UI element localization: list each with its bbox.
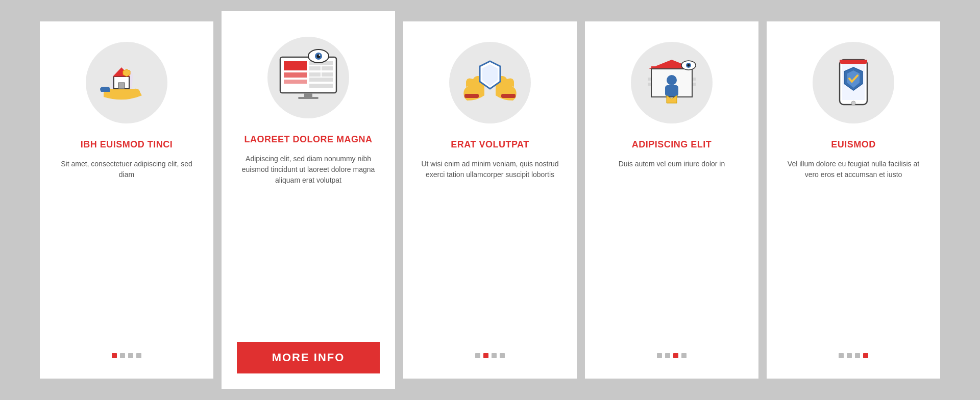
dot-inactive [855, 353, 860, 358]
card-5-dots [839, 353, 868, 358]
card-1-dots [112, 353, 141, 358]
dot-inactive [839, 353, 844, 358]
card-4-body: Duis autem vel eum iriure dolor in [619, 159, 725, 341]
dot-inactive [136, 353, 141, 358]
card-5: EUISMOD Vel illum dolore eu feugiat null… [767, 21, 940, 379]
card-4-icon-circle [631, 42, 713, 123]
card-3-dots [475, 353, 505, 358]
card-3: ERAT VOLUTPAT Ut wisi enim ad minim veni… [403, 21, 577, 379]
card-1-body: Sit amet, consectetuer adipiscing elit, … [55, 159, 198, 341]
card-2-body: Adipiscing elit, sed diam nonummy nibh e… [237, 154, 380, 337]
svg-rect-30 [648, 78, 651, 81]
card-2-icon-circle [267, 37, 349, 118]
svg-rect-32 [693, 78, 696, 81]
more-info-button[interactable]: MORE INFO [237, 342, 380, 373]
svg-rect-6 [284, 80, 307, 84]
svg-rect-21 [501, 94, 516, 98]
dot-inactive [665, 353, 670, 358]
svg-rect-2 [118, 83, 125, 89]
svg-rect-9 [322, 66, 333, 70]
dot-active [673, 353, 678, 358]
svg-rect-20 [464, 94, 479, 98]
dot-inactive [128, 353, 133, 358]
person-surveillance-icon [644, 57, 700, 108]
svg-rect-11 [322, 72, 333, 77]
svg-point-25 [667, 75, 677, 85]
cards-container: IBH EUISMOD TINCI Sit amet, consectetuer… [36, 21, 944, 379]
card-3-title: ERAT VOLUTPAT [451, 139, 529, 151]
card-3-body: Ut wisi enim ad minim veniam, quis nostr… [419, 159, 561, 341]
svg-rect-15 [298, 97, 318, 99]
card-2: LAOREET DOLORE MAGNA Adipiscing elit, se… [222, 11, 395, 389]
card-1: IBH EUISMOD TINCI Sit amet, consectetuer… [40, 21, 213, 379]
dot-active [112, 353, 117, 358]
svg-point-19 [319, 55, 321, 56]
monitor-eye-icon [278, 52, 339, 103]
dot-active [483, 353, 488, 358]
dot-inactive [847, 353, 852, 358]
card-1-icon-circle [86, 42, 167, 123]
svg-rect-8 [309, 66, 321, 70]
svg-rect-31 [648, 83, 651, 86]
card-5-title: EUISMOD [831, 139, 876, 151]
svg-rect-12 [309, 78, 333, 82]
dot-inactive [475, 353, 480, 358]
card-2-title: LAOREET DOLORE MAGNA [244, 134, 373, 145]
svg-rect-5 [284, 72, 307, 78]
card-4-dots [657, 353, 687, 358]
shield-hands-icon [462, 57, 518, 108]
card-1-title: IBH EUISMOD TINCI [81, 139, 173, 151]
card-5-body: Vel illum dolore eu feugiat nulla facili… [782, 159, 925, 341]
svg-point-29 [688, 64, 690, 67]
svg-rect-13 [309, 84, 333, 88]
svg-rect-10 [309, 72, 321, 77]
dot-active [863, 353, 868, 358]
svg-rect-14 [304, 93, 312, 97]
svg-rect-38 [840, 60, 867, 62]
card-4-title: ADIPISCING ELIT [632, 139, 712, 151]
card-4: ADIPISCING ELIT Duis autem vel eum iriur… [585, 21, 758, 379]
card-5-icon-circle [813, 42, 894, 123]
dot-inactive [492, 353, 497, 358]
house-hand-icon [99, 57, 155, 108]
svg-rect-26 [665, 85, 678, 96]
dot-inactive [500, 353, 505, 358]
dot-inactive [120, 353, 125, 358]
dot-inactive [681, 353, 687, 358]
card-3-icon-circle [449, 42, 531, 123]
dot-inactive [657, 353, 662, 358]
svg-point-39 [851, 101, 855, 105]
svg-rect-33 [693, 83, 696, 86]
phone-shield-icon [825, 57, 881, 108]
svg-rect-4 [284, 61, 307, 70]
